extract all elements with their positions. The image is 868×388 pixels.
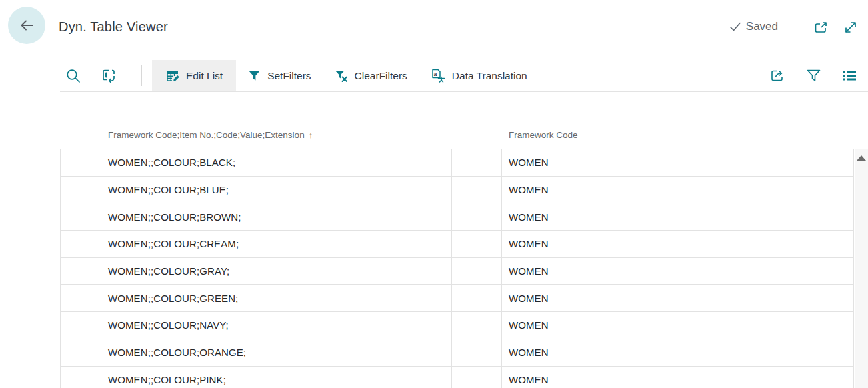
checkmark-icon	[729, 21, 741, 33]
table-row[interactable]: WOMEN;;COLOUR;PINK; WOMEN	[61, 367, 854, 388]
analyze-icon	[101, 68, 117, 84]
table-row[interactable]: WOMEN;;COLOUR;CREAM; WOMEN	[61, 231, 854, 258]
toolbar-separator	[60, 91, 868, 92]
spacer-cell	[452, 149, 502, 177]
row-selector-cell[interactable]	[61, 339, 101, 367]
table-row[interactable]: WOMEN;;COLOUR;BROWN; WOMEN	[61, 203, 854, 231]
data-translation-button[interactable]: a Data Translation	[419, 60, 539, 91]
row-selector-cell[interactable]	[61, 367, 101, 388]
spacer-cell	[452, 285, 502, 312]
row-selector-cell[interactable]	[61, 203, 101, 231]
column-header-framework-code-label: Framework Code	[509, 130, 578, 140]
table-row[interactable]: WOMEN;;COLOUR;NAVY; WOMEN	[61, 312, 854, 339]
row-selector-cell[interactable]	[61, 285, 101, 312]
open-in-new-window-button[interactable]	[812, 19, 829, 36]
row-selector-cell[interactable]	[61, 258, 101, 285]
framework-code-cell[interactable]: WOMEN	[502, 177, 854, 204]
analyze-button[interactable]	[98, 66, 119, 86]
spacer-cell	[452, 312, 502, 339]
column-header-combined[interactable]: Framework Code;Item No.;Code;Value;Exten…	[101, 121, 452, 149]
combined-value-cell[interactable]: WOMEN;;COLOUR;GREEN;	[101, 285, 452, 312]
framework-code-cell[interactable]: WOMEN	[502, 231, 854, 258]
set-filter-icon	[247, 69, 261, 83]
vertical-scrollbar[interactable]	[855, 149, 868, 388]
spacer-cell	[452, 177, 502, 204]
share-icon	[769, 67, 786, 84]
edit-list-icon	[165, 69, 180, 83]
edit-list-button[interactable]: Edit List	[152, 60, 236, 91]
open-in-new-window-icon	[813, 20, 829, 35]
sort-ascending-icon: ↑	[309, 130, 313, 140]
combined-value-cell[interactable]: WOMEN;;COLOUR;GRAY;	[101, 258, 452, 285]
scroll-up-icon[interactable]	[857, 155, 866, 161]
clear-filter-icon	[334, 69, 349, 83]
framework-code-cell[interactable]: WOMEN	[502, 285, 854, 312]
filter-button[interactable]	[804, 67, 823, 85]
row-selector-cell[interactable]	[61, 177, 101, 204]
column-header-combined-label: Framework Code;Item No.;Code;Value;Exten…	[108, 130, 305, 140]
combined-value-cell[interactable]: WOMEN;;COLOUR;BLACK;	[101, 149, 452, 177]
spacer-cell	[452, 231, 502, 258]
framework-code-cell[interactable]: WOMEN	[502, 258, 854, 285]
fullscreen-button[interactable]	[842, 19, 859, 36]
svg-text:a: a	[433, 70, 437, 77]
search-icon	[65, 68, 81, 84]
set-filters-label: SetFilters	[267, 70, 311, 82]
data-translation-icon: a	[430, 68, 446, 84]
framework-code-cell[interactable]: WOMEN	[502, 339, 854, 367]
table-column-headers: Framework Code;Item No.;Code;Value;Exten…	[60, 121, 854, 149]
row-selector-cell[interactable]	[61, 149, 101, 177]
spacer-column-header	[452, 121, 502, 149]
toolbar-right-tools	[768, 60, 859, 91]
show-list-icon	[841, 67, 858, 84]
set-filters-button[interactable]: SetFilters	[236, 60, 322, 91]
back-button[interactable]	[8, 7, 45, 44]
share-button[interactable]	[768, 67, 787, 85]
framework-code-cell[interactable]: WOMEN	[502, 367, 854, 388]
combined-value-cell[interactable]: WOMEN;;COLOUR;CREAM;	[101, 231, 452, 258]
framework-code-cell[interactable]: WOMEN	[502, 149, 854, 177]
table-row[interactable]: WOMEN;;COLOUR;GRAY; WOMEN	[61, 258, 854, 285]
clear-filters-button[interactable]: ClearFilters	[323, 60, 419, 91]
search-button[interactable]	[63, 66, 84, 86]
edit-list-label: Edit List	[186, 70, 223, 82]
combined-value-cell[interactable]: WOMEN;;COLOUR;ORANGE;	[101, 339, 452, 367]
table-body: WOMEN;;COLOUR;BLACK; WOMEN WOMEN;;COLOUR…	[60, 149, 854, 388]
spacer-cell	[452, 258, 502, 285]
column-header-framework-code[interactable]: Framework Code	[502, 121, 854, 149]
spacer-cell	[452, 203, 502, 231]
page-title: Dyn. Table Viewer	[59, 19, 168, 35]
filter-icon	[805, 67, 822, 84]
back-arrow-icon	[18, 17, 35, 34]
combined-value-cell[interactable]: WOMEN;;COLOUR;PINK;	[101, 367, 452, 388]
table-row[interactable]: WOMEN;;COLOUR;BLUE; WOMEN	[61, 177, 854, 204]
selector-column-header	[60, 121, 101, 149]
spacer-cell	[452, 339, 502, 367]
toolbar-actions: Edit List SetFilters ClearFilters	[152, 60, 539, 91]
data-translation-label: Data Translation	[452, 70, 527, 82]
clear-filters-label: ClearFilters	[355, 70, 407, 82]
row-selector-cell[interactable]	[61, 231, 101, 258]
combined-value-cell[interactable]: WOMEN;;COLOUR;BLUE;	[101, 177, 452, 204]
framework-code-cell[interactable]: WOMEN	[502, 312, 854, 339]
spacer-cell	[452, 367, 502, 388]
expand-icon	[843, 19, 859, 35]
table-row[interactable]: WOMEN;;COLOUR;GREEN; WOMEN	[61, 285, 854, 312]
combined-value-cell[interactable]: WOMEN;;COLOUR;BROWN;	[101, 203, 452, 231]
framework-code-cell[interactable]: WOMEN	[502, 203, 854, 231]
action-toolbar: Edit List SetFilters ClearFilters	[0, 60, 868, 92]
combined-value-cell[interactable]: WOMEN;;COLOUR;NAVY;	[101, 312, 452, 339]
table-row[interactable]: WOMEN;;COLOUR;ORANGE; WOMEN	[61, 339, 854, 367]
table-row[interactable]: WOMEN;;COLOUR;BLACK; WOMEN	[61, 149, 854, 177]
toolbar-divider	[141, 65, 142, 86]
row-selector-cell[interactable]	[61, 312, 101, 339]
save-status: Saved	[729, 20, 778, 33]
save-status-label: Saved	[746, 20, 778, 33]
show-list-button[interactable]	[840, 67, 859, 85]
